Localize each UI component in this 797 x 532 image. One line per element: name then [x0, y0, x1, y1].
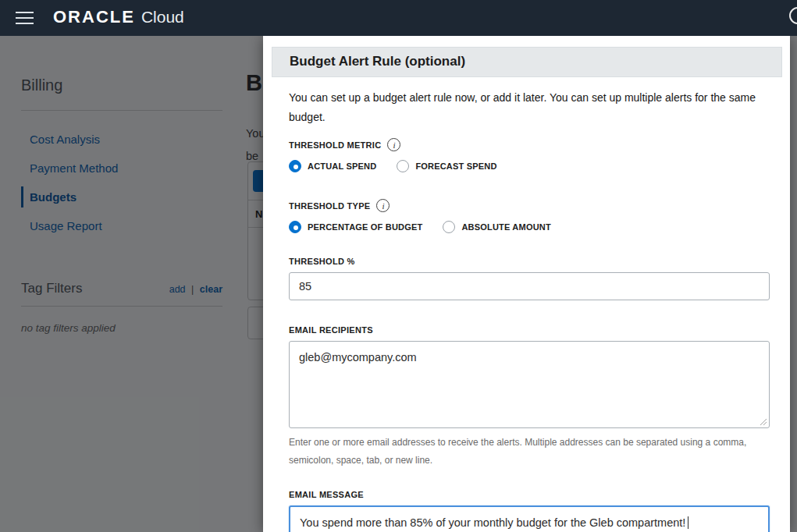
brand-oracle: ORACLE — [53, 7, 135, 27]
oracle-cloud-logo: ORACLE Cloud — [53, 7, 184, 27]
threshold-metric-radio-group: ACTUAL SPEND FORECAST SPEND — [289, 160, 770, 172]
radio-circle-icon — [443, 221, 455, 233]
modal-intro-text: You can set up a budget alert rule now, … — [289, 88, 761, 127]
threshold-percent-input[interactable] — [289, 272, 770, 300]
radio-circle-icon — [289, 221, 301, 233]
threshold-percent-label: THRESHOLD % — [289, 257, 770, 266]
info-icon[interactable]: i — [387, 138, 400, 151]
modal-header: Budget Alert Rule (optional) — [272, 47, 782, 77]
email-recipients-help-text: Enter one or more email addresses to rec… — [289, 434, 774, 470]
email-message-textarea[interactable]: You spend more than 85% of your monthly … — [289, 505, 770, 532]
radio-absolute-amount[interactable]: ABSOLUTE AMOUNT — [443, 221, 550, 233]
resize-grabber-icon[interactable] — [760, 418, 767, 426]
threshold-metric-label: THRESHOLD METRIC — [289, 140, 381, 150]
radio-percentage-of-budget[interactable]: PERCENTAGE OF BUDGET — [289, 221, 422, 233]
radio-actual-spend[interactable]: ACTUAL SPEND — [289, 160, 376, 172]
radio-circle-icon — [397, 160, 409, 172]
brand-cloud: Cloud — [141, 8, 184, 27]
email-message-label: EMAIL MESSAGE — [289, 490, 770, 499]
modal-body: You can set up a budget alert rule now, … — [263, 77, 790, 532]
top-navigation-bar: ORACLE Cloud — [0, 0, 797, 36]
budget-alert-rule-modal: Budget Alert Rule (optional) You can set… — [263, 36, 790, 532]
threshold-type-label: THRESHOLD TYPE — [289, 201, 370, 211]
screen: ORACLE Cloud Billing Cost Analysis Payme… — [0, 0, 797, 532]
radio-forecast-spend[interactable]: FORECAST SPEND — [397, 160, 496, 172]
radio-circle-icon — [289, 160, 301, 172]
user-menu-icon[interactable] — [789, 7, 797, 24]
info-icon[interactable]: i — [376, 199, 390, 212]
modal-title: Budget Alert Rule (optional) — [290, 54, 465, 69]
hamburger-menu-icon[interactable] — [16, 12, 34, 24]
text-cursor — [688, 516, 688, 529]
email-recipients-label: EMAIL RECIPIENTS — [289, 325, 770, 335]
threshold-type-radio-group: PERCENTAGE OF BUDGET ABSOLUTE AMOUNT — [289, 221, 770, 233]
email-recipients-textarea[interactable]: gleb@mycompany.com — [289, 341, 770, 428]
